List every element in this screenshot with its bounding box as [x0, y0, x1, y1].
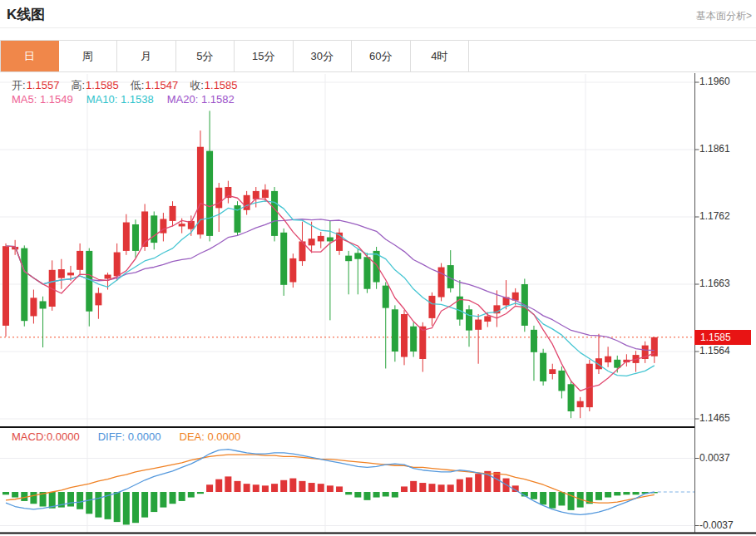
kline-candlestick-macd-chart[interactable]	[0, 73, 756, 536]
tab-15min[interactable]: 15分	[235, 41, 294, 71]
high-label: 高:	[71, 79, 85, 91]
axis-tick-label: 1.1960	[699, 76, 730, 87]
ma5-legend: MA5: 1.1549	[12, 93, 73, 106]
ma20-legend: MA20: 1.1582	[167, 93, 235, 106]
tab-day[interactable]: 日	[0, 41, 59, 71]
page-title: K线图	[7, 5, 45, 24]
axis-tick-label: 0.0037	[699, 452, 730, 464]
low-label: 低:	[131, 79, 145, 91]
axis-tick-label: -0.0037	[699, 519, 734, 531]
tab-30min[interactable]: 30分	[294, 41, 353, 71]
dea-value-legend: DEA: 0.0000	[180, 430, 241, 443]
high-value: 1.1585	[86, 79, 119, 91]
tab-strip-filler	[469, 41, 756, 71]
ma10-legend: MA10: 1.1538	[86, 93, 154, 106]
title-divider	[0, 27, 756, 28]
axis-tick-label: 1.1861	[699, 143, 730, 155]
kline-chart-area: 开:1.1557高:1.1585低:1.1547收:1.1585 MA5: 1.…	[0, 73, 756, 536]
close-value: 1.1585	[205, 79, 238, 91]
axis-tick-label: 1.1762	[699, 210, 730, 222]
interval-tab-strip: 日周月5分15分30分60分4时	[0, 40, 756, 72]
ohlc-legend: 开:1.1557高:1.1585低:1.1547收:1.1585	[12, 78, 250, 93]
close-label: 收:	[190, 79, 204, 91]
tab-4hour[interactable]: 4时	[411, 41, 470, 71]
ma-legend: MA5: 1.1549MA10: 1.1538MA20: 1.1582	[12, 93, 235, 106]
current-price-badge: 1.1585	[694, 330, 751, 345]
macd-legend: MACD:0.0000DIFF: 0.0000DEA: 0.0000	[12, 430, 240, 443]
tab-week[interactable]: 周	[59, 41, 118, 71]
axis-tick-label: 1.1465	[699, 412, 730, 424]
tab-60min[interactable]: 60分	[352, 41, 411, 71]
low-value: 1.1547	[145, 79, 178, 91]
tab-month[interactable]: 月	[117, 41, 176, 71]
axis-tick-label: 1.1663	[699, 278, 730, 289]
diff-value-legend: DIFF: 0.0000	[98, 430, 161, 443]
open-label: 开:	[12, 79, 26, 91]
axis-tick-label: 1.1564	[699, 345, 730, 357]
tab-5min[interactable]: 5分	[176, 41, 235, 71]
open-value: 1.1557	[27, 79, 60, 91]
macd-value-legend: MACD:0.0000	[12, 430, 80, 443]
fundamental-analysis-link[interactable]: 基本面分析>	[696, 9, 752, 23]
